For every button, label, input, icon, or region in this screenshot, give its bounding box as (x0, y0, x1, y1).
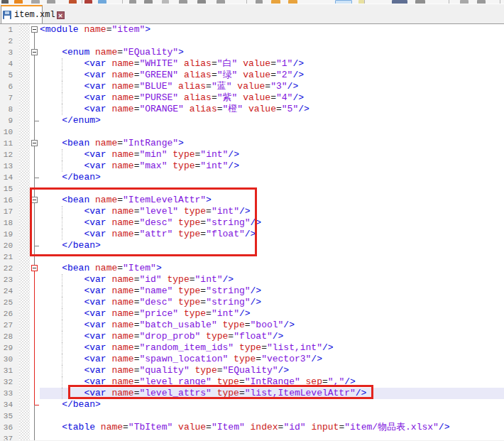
code-line: 21 (0, 251, 504, 263)
code-line: 22 <bean name="Item"> (0, 263, 504, 274)
code-text[interactable]: <var name="level" type="int"/> (40, 206, 504, 217)
code-text[interactable] (40, 251, 504, 263)
fold-end-marker (35, 121, 39, 121)
code-line: 16 <bean name="ItemLevelAttr"> (0, 195, 504, 206)
code-text[interactable]: <var name="name" type="string"/> (40, 285, 504, 297)
fold-margin (30, 229, 40, 240)
code-text[interactable]: <var name="WHITE" alias="白" value="1"/> (40, 58, 504, 70)
fold-collapse-icon[interactable] (31, 140, 38, 146)
code-text[interactable]: <var name="random_item_ids" type="list,i… (40, 342, 504, 354)
code-text[interactable]: <enum name="EQuality"> (40, 47, 504, 58)
line-number: 20 (0, 240, 19, 251)
code-line: 27 <var name="batch_usable" type="bool"/… (0, 320, 504, 331)
tab-close-icon[interactable]: ✕ (57, 11, 65, 19)
tab-title: item.xml (14, 10, 55, 20)
code-text[interactable]: </bean> (40, 172, 504, 183)
line-number: 34 (0, 399, 19, 410)
fold-connector-line (34, 388, 35, 399)
fold-collapse-icon[interactable] (31, 265, 38, 271)
code-text[interactable]: <var name="spawn_location" type="vector3… (40, 354, 504, 365)
code-text[interactable]: <var name="ORANGE" alias="橙" value="5"/> (40, 104, 504, 115)
code-text[interactable]: <bean name="Item"> (40, 263, 504, 274)
line-number: 23 (0, 274, 19, 285)
fold-collapse-icon[interactable] (31, 49, 38, 55)
code-text[interactable]: <table name="TbItem" value="Item" index=… (40, 422, 504, 433)
line-number: 14 (0, 172, 19, 183)
code-text[interactable]: <var name="level_range" type="IntRange" … (40, 376, 504, 388)
line-number: 22 (0, 263, 19, 274)
code-text[interactable]: <var name="max" type="int"/> (40, 160, 504, 172)
bookmark-margin (19, 115, 30, 126)
code-text[interactable]: <var name="desc" type="string"/> (40, 217, 504, 229)
code-text[interactable]: <module name="item"> (40, 24, 504, 36)
code-text[interactable]: </bean> (40, 240, 504, 251)
line-number: 11 (0, 138, 19, 149)
fold-connector-line (34, 217, 35, 229)
editor-rows: 1<module name="item">23 <enum name="EQua… (0, 24, 504, 440)
code-line: 3 <enum name="EQuality"> (0, 47, 504, 58)
code-text[interactable]: <var name="desc" type="string"/> (40, 297, 504, 308)
fold-connector-line (34, 297, 35, 308)
line-number: 26 (0, 308, 19, 320)
fold-margin (30, 217, 40, 229)
fold-margin (30, 274, 40, 285)
code-text[interactable]: <var name="price" type="int"/> (40, 308, 504, 320)
bookmark-margin (19, 354, 30, 365)
line-number: 36 (0, 422, 19, 433)
bookmark-margin (19, 47, 30, 58)
code-text[interactable] (40, 36, 504, 47)
code-text[interactable]: </bean> (40, 399, 504, 410)
line-number: 9 (0, 115, 19, 126)
fold-margin (30, 365, 40, 376)
code-text[interactable]: <bean name="ItemLevelAttr"> (40, 195, 504, 206)
fold-end-marker (35, 246, 39, 246)
code-text[interactable] (40, 126, 504, 138)
line-number: 5 (0, 70, 19, 81)
code-line: 11 <bean name="IntRange"> (0, 138, 504, 149)
fold-connector-line (34, 206, 35, 217)
code-line: 12 <var name="min" type="int"/> (0, 149, 504, 160)
bookmark-margin (19, 172, 30, 183)
bookmark-margin (19, 92, 30, 104)
indent-guide (62, 308, 62, 320)
bookmark-margin (19, 331, 30, 342)
fold-margin (30, 410, 40, 422)
code-text[interactable]: <var name="GREEN" alias="绿" value="2"/> (40, 70, 504, 81)
bookmark-margin (19, 229, 30, 240)
code-line: 26 <var name="price" type="int"/> (0, 308, 504, 320)
code-text[interactable]: <var name="attr" type="float"/> (40, 229, 504, 240)
code-text[interactable]: <bean name="IntRange"> (40, 138, 504, 149)
code-line: 6 <var name="BLUE" alias="蓝" value="3"/> (0, 81, 504, 92)
fold-margin (30, 388, 40, 399)
code-text[interactable]: <var name="PURSE" alias="紫" value="4"/> (40, 92, 504, 104)
code-text[interactable]: <var name="min" type="int"/> (40, 149, 504, 160)
line-number: 7 (0, 92, 19, 104)
bookmark-margin (19, 297, 30, 308)
code-text[interactable] (40, 433, 504, 440)
fold-margin (30, 399, 40, 410)
code-text[interactable]: <var name="level_attrs" type="list,ItemL… (40, 388, 504, 399)
code-line: 10 (0, 126, 504, 138)
line-number: 37 (0, 433, 19, 440)
tab-item-xml[interactable]: item.xml ✕ (1, 5, 43, 23)
code-text[interactable]: <var name="quality" type="EQuality"/> (40, 365, 504, 376)
fold-margin (30, 240, 40, 251)
line-number: 24 (0, 285, 19, 297)
fold-collapse-icon[interactable] (31, 26, 38, 33)
code-text[interactable]: <var name="batch_usable" type="bool"/> (40, 320, 504, 331)
fold-margin (30, 92, 40, 104)
code-line: 5 <var name="GREEN" alias="绿" value="2"/… (0, 70, 504, 81)
code-editor[interactable]: 1<module name="item">23 <enum name="EQua… (0, 24, 504, 440)
code-text[interactable] (40, 183, 504, 195)
code-text[interactable]: <var name="BLUE" alias="蓝" value="3"/> (40, 81, 504, 92)
code-text[interactable]: <var name="drop_prob" type="float"/> (40, 331, 504, 342)
code-text[interactable]: <var name="id" type="int"/> (40, 274, 504, 285)
fold-margin (30, 36, 40, 47)
fold-collapse-icon[interactable] (31, 197, 38, 203)
bookmark-margin (19, 138, 30, 149)
code-line: 29 <var name="random_item_ids" type="lis… (0, 342, 504, 354)
code-text[interactable] (40, 410, 504, 422)
bookmark-margin (19, 195, 30, 206)
code-text[interactable]: </enum> (40, 115, 504, 126)
fold-margin (30, 195, 40, 206)
